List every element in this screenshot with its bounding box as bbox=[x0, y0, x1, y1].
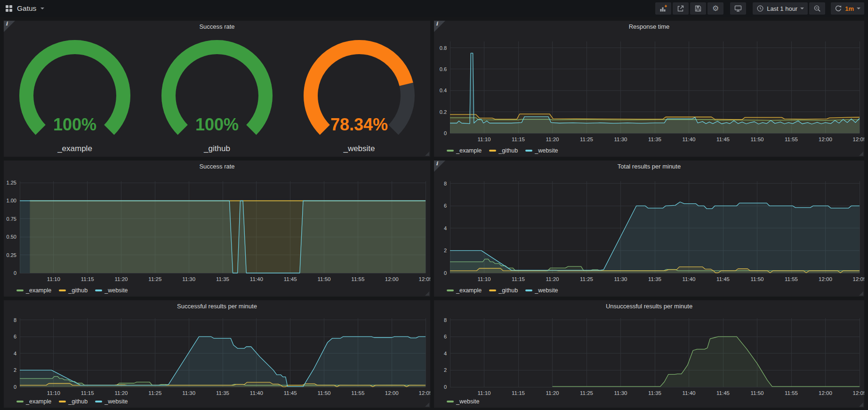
tv-mode-button[interactable] bbox=[730, 2, 746, 15]
legend-item-_example[interactable]: _example bbox=[447, 287, 482, 294]
panel-total-results: i Total results per minute 11:1011:1511:… bbox=[434, 161, 864, 297]
time-range-label: Last 1 hour bbox=[767, 5, 797, 12]
svg-text:11:45: 11:45 bbox=[284, 276, 297, 282]
svg-text:11:30: 11:30 bbox=[614, 390, 627, 396]
svg-text:11:35: 11:35 bbox=[648, 276, 661, 282]
zoom-out-time-button[interactable] bbox=[809, 2, 825, 15]
info-icon: i bbox=[6, 21, 8, 27]
refresh-interval-label: 1m bbox=[845, 5, 854, 12]
legend-swatch bbox=[16, 401, 24, 402]
svg-text:12:05: 12:05 bbox=[853, 137, 864, 142]
legend-item-_github[interactable]: _github bbox=[489, 287, 518, 294]
time-range-picker[interactable]: Last 1 hour bbox=[753, 2, 808, 15]
dashboard-title[interactable]: Gatus bbox=[17, 4, 36, 13]
legend-item-_website[interactable]: _website bbox=[95, 398, 128, 405]
svg-text:11:50: 11:50 bbox=[751, 390, 764, 396]
svg-text:11:10: 11:10 bbox=[478, 390, 491, 396]
svg-text:11:55: 11:55 bbox=[785, 137, 798, 142]
legend-swatch bbox=[59, 401, 66, 402]
svg-text:11:30: 11:30 bbox=[182, 276, 195, 282]
svg-text:11:40: 11:40 bbox=[683, 137, 696, 142]
panel-title[interactable]: Success rate bbox=[4, 21, 430, 33]
gauge-label: _website bbox=[343, 144, 375, 153]
panel-info-corner[interactable]: i bbox=[434, 21, 445, 32]
chart-response-time-svg: 11:1011:1511:2011:2511:3011:3511:4011:45… bbox=[434, 33, 864, 157]
line-chart-area[interactable]: 11:1011:1511:2011:2511:3011:3511:4011:45… bbox=[4, 313, 430, 408]
panel-title[interactable]: Unsuccessful results per minute bbox=[434, 300, 864, 313]
legend-item-_website[interactable]: _website bbox=[525, 287, 558, 294]
legend-label: _example bbox=[26, 287, 51, 294]
legend-item-_website[interactable]: _website bbox=[95, 287, 128, 294]
svg-text:11:55: 11:55 bbox=[351, 276, 364, 282]
floppy-disk-icon bbox=[694, 5, 702, 12]
line-chart-area[interactable]: 11:1011:1511:2011:2511:3011:3511:4011:45… bbox=[434, 313, 864, 408]
svg-text:0: 0 bbox=[444, 270, 447, 276]
svg-text:11:15: 11:15 bbox=[512, 137, 525, 142]
svg-text:11:55: 11:55 bbox=[351, 390, 364, 396]
svg-text:11:40: 11:40 bbox=[683, 390, 696, 396]
svg-text:0.6: 0.6 bbox=[440, 66, 447, 72]
panel-info-corner[interactable]: i bbox=[434, 161, 445, 172]
line-chart-area[interactable]: 11:1011:1511:2011:2511:3011:3511:4011:45… bbox=[434, 33, 864, 157]
legend-swatch bbox=[525, 150, 532, 152]
svg-text:12:00: 12:00 bbox=[819, 137, 832, 142]
gear-icon: ⚙ bbox=[712, 5, 719, 12]
panel-resize-handle[interactable] bbox=[425, 402, 429, 407]
save-dashboard-button[interactable] bbox=[690, 2, 706, 15]
svg-text:0.8: 0.8 bbox=[440, 45, 447, 51]
chart-legend: _website bbox=[447, 398, 479, 405]
line-chart-area[interactable]: 11:1011:1511:2011:2511:3011:3511:4011:45… bbox=[434, 173, 864, 297]
svg-text:11:20: 11:20 bbox=[115, 276, 128, 282]
legend-swatch bbox=[489, 150, 496, 152]
panel-resize-handle[interactable] bbox=[425, 152, 429, 156]
legend-item-_github[interactable]: _github bbox=[59, 398, 88, 405]
legend-item-_example[interactable]: _example bbox=[16, 398, 51, 405]
svg-text:11:45: 11:45 bbox=[716, 390, 730, 396]
legend-item-_github[interactable]: _github bbox=[59, 287, 88, 294]
svg-text:0.50: 0.50 bbox=[7, 234, 16, 240]
gauge-chart-area[interactable]: 100%_example100%_github78.34%_website bbox=[4, 33, 430, 157]
panel-title[interactable]: Total results per minute bbox=[434, 161, 864, 173]
svg-text:11:10: 11:10 bbox=[47, 390, 60, 396]
svg-text:12:00: 12:00 bbox=[385, 276, 399, 282]
dashboard-dropdown-caret-icon[interactable] bbox=[40, 8, 44, 9]
panel-title[interactable]: Response time bbox=[434, 21, 864, 33]
line-chart-area[interactable]: 11:1011:1511:2011:2511:3011:3511:4011:45… bbox=[4, 173, 430, 297]
svg-text:12:00: 12:00 bbox=[819, 276, 832, 282]
legend-label: _github bbox=[68, 398, 88, 405]
legend-label: _github bbox=[498, 287, 518, 294]
svg-text:11:50: 11:50 bbox=[751, 276, 764, 282]
legend-item-_example[interactable]: _example bbox=[16, 287, 51, 294]
chart-legend: _example_github_website bbox=[16, 398, 128, 405]
legend-swatch bbox=[447, 150, 454, 152]
share-dashboard-button[interactable] bbox=[673, 2, 689, 15]
refresh-picker[interactable]: 1m bbox=[831, 2, 864, 15]
panel-resize-handle[interactable] bbox=[859, 291, 863, 296]
panel-title[interactable]: Success rate bbox=[4, 161, 430, 173]
panel-resize-handle[interactable] bbox=[859, 152, 863, 156]
legend-item-_website[interactable]: _website bbox=[447, 398, 479, 405]
panel-resize-handle[interactable] bbox=[859, 402, 863, 407]
legend-label: _website bbox=[104, 398, 128, 405]
svg-text:11:15: 11:15 bbox=[512, 276, 525, 282]
chart-success-rate-gauges-svg: 100%_example100%_github78.34%_website bbox=[4, 33, 430, 157]
panel-title[interactable]: Successful results per minute bbox=[4, 300, 430, 313]
gauge-value: 78.34% bbox=[330, 115, 388, 134]
svg-text:11:20: 11:20 bbox=[546, 390, 559, 396]
svg-text:6: 6 bbox=[444, 334, 447, 339]
panel-resize-handle[interactable] bbox=[425, 291, 429, 296]
svg-text:4: 4 bbox=[444, 225, 447, 231]
legend-item-_website[interactable]: _website bbox=[525, 147, 558, 154]
legend-item-_github[interactable]: _github bbox=[489, 147, 518, 154]
legend-label: _github bbox=[68, 287, 88, 294]
svg-text:4: 4 bbox=[14, 351, 16, 356]
legend-swatch bbox=[447, 289, 454, 291]
dashboard-settings-button[interactable]: ⚙ bbox=[707, 2, 723, 15]
add-panel-button[interactable] bbox=[655, 2, 671, 15]
dashboards-grid-icon[interactable] bbox=[5, 5, 13, 12]
svg-text:11:55: 11:55 bbox=[785, 276, 798, 282]
svg-text:6: 6 bbox=[444, 203, 447, 209]
svg-text:2: 2 bbox=[444, 248, 447, 253]
legend-item-_example[interactable]: _example bbox=[447, 147, 482, 154]
panel-info-corner[interactable]: i bbox=[4, 21, 15, 32]
